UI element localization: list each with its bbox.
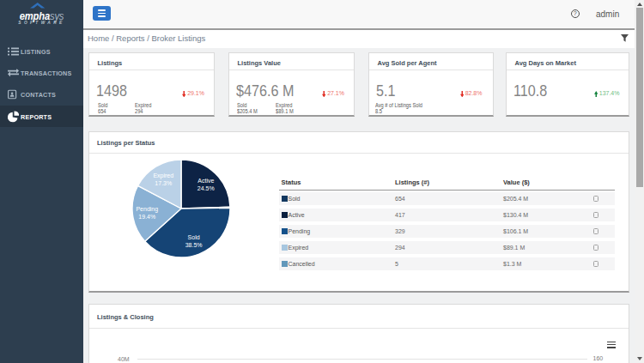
svg-text:19.4%: 19.4% [138,214,155,220]
svg-text:Pending: Pending [136,206,158,213]
svg-text:38.5%: 38.5% [185,242,203,248]
svg-text:Sold: Sold [188,234,200,240]
svg-text:Active: Active [197,178,214,184]
svg-text:24.5%: 24.5% [197,185,215,191]
svg-text:17.3%: 17.3% [155,180,172,186]
svg-text:Expired: Expired [153,172,173,179]
